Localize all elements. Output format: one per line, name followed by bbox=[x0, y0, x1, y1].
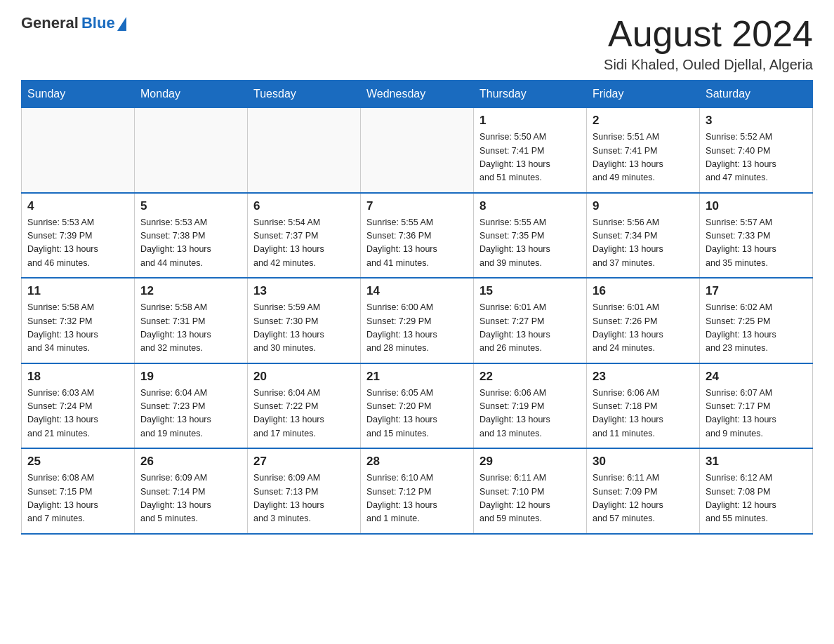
calendar-cell: 6Sunrise: 5:54 AMSunset: 7:37 PMDaylight… bbox=[248, 193, 361, 279]
day-info: Sunrise: 5:55 AMSunset: 7:35 PMDaylight:… bbox=[479, 216, 581, 271]
day-info: Sunrise: 6:09 AMSunset: 7:14 PMDaylight:… bbox=[140, 471, 241, 526]
day-number: 31 bbox=[706, 455, 807, 469]
calendar-cell: 2Sunrise: 5:51 AMSunset: 7:41 PMDaylight… bbox=[587, 108, 700, 193]
day-info: Sunrise: 5:55 AMSunset: 7:36 PMDaylight:… bbox=[366, 216, 468, 271]
day-number: 23 bbox=[593, 370, 694, 384]
calendar-cell: 7Sunrise: 5:55 AMSunset: 7:36 PMDaylight… bbox=[361, 193, 474, 279]
calendar-cell: 23Sunrise: 6:06 AMSunset: 7:18 PMDayligh… bbox=[587, 363, 700, 449]
day-info: Sunrise: 6:03 AMSunset: 7:24 PMDaylight:… bbox=[27, 387, 128, 441]
day-info: Sunrise: 6:04 AMSunset: 7:22 PMDaylight:… bbox=[253, 387, 355, 441]
day-number: 12 bbox=[140, 284, 241, 298]
header-day-saturday: Saturday bbox=[700, 81, 813, 108]
calendar-week-4: 18Sunrise: 6:03 AMSunset: 7:24 PMDayligh… bbox=[22, 363, 813, 449]
day-info: Sunrise: 6:04 AMSunset: 7:23 PMDaylight:… bbox=[140, 387, 241, 441]
day-number: 10 bbox=[706, 199, 807, 213]
day-info: Sunrise: 6:11 AMSunset: 7:10 PMDaylight:… bbox=[479, 471, 581, 526]
day-info: Sunrise: 6:00 AMSunset: 7:29 PMDaylight:… bbox=[366, 301, 468, 356]
calendar-cell: 8Sunrise: 5:55 AMSunset: 7:35 PMDaylight… bbox=[474, 193, 587, 279]
day-number: 19 bbox=[140, 370, 241, 384]
calendar-table: SundayMondayTuesdayWednesdayThursdayFrid… bbox=[21, 80, 813, 535]
day-number: 8 bbox=[479, 199, 581, 213]
day-number: 6 bbox=[253, 199, 355, 213]
header-day-sunday: Sunday bbox=[22, 81, 135, 108]
day-number: 11 bbox=[27, 284, 128, 298]
calendar-cell: 21Sunrise: 6:05 AMSunset: 7:20 PMDayligh… bbox=[361, 363, 474, 449]
logo-general-text: General bbox=[21, 14, 79, 32]
header-day-wednesday: Wednesday bbox=[361, 81, 474, 108]
day-number: 3 bbox=[706, 114, 807, 128]
calendar-cell bbox=[361, 108, 474, 193]
calendar-cell: 14Sunrise: 6:00 AMSunset: 7:29 PMDayligh… bbox=[361, 278, 474, 363]
title-block: August 2024 Sidi Khaled, Ouled Djellal, … bbox=[604, 14, 813, 73]
day-info: Sunrise: 6:06 AMSunset: 7:19 PMDaylight:… bbox=[479, 387, 581, 441]
day-number: 22 bbox=[479, 370, 581, 384]
day-number: 21 bbox=[366, 370, 468, 384]
day-number: 29 bbox=[479, 455, 581, 469]
calendar-cell: 5Sunrise: 5:53 AMSunset: 7:38 PMDaylight… bbox=[135, 193, 248, 279]
calendar-cell: 13Sunrise: 5:59 AMSunset: 7:30 PMDayligh… bbox=[248, 278, 361, 363]
day-info: Sunrise: 5:56 AMSunset: 7:34 PMDaylight:… bbox=[593, 216, 694, 271]
calendar-cell: 24Sunrise: 6:07 AMSunset: 7:17 PMDayligh… bbox=[700, 363, 813, 449]
calendar-week-2: 4Sunrise: 5:53 AMSunset: 7:39 PMDaylight… bbox=[22, 193, 813, 279]
day-info: Sunrise: 6:08 AMSunset: 7:15 PMDaylight:… bbox=[27, 471, 128, 526]
day-info: Sunrise: 5:58 AMSunset: 7:31 PMDaylight:… bbox=[140, 301, 241, 356]
day-number: 30 bbox=[593, 455, 694, 469]
calendar-cell: 4Sunrise: 5:53 AMSunset: 7:39 PMDaylight… bbox=[22, 193, 135, 279]
calendar-cell: 3Sunrise: 5:52 AMSunset: 7:40 PMDaylight… bbox=[700, 108, 813, 193]
calendar-cell bbox=[248, 108, 361, 193]
calendar-cell bbox=[135, 108, 248, 193]
calendar-cell: 18Sunrise: 6:03 AMSunset: 7:24 PMDayligh… bbox=[22, 363, 135, 449]
day-number: 24 bbox=[706, 370, 807, 384]
calendar-cell: 10Sunrise: 5:57 AMSunset: 7:33 PMDayligh… bbox=[700, 193, 813, 279]
calendar-cell: 12Sunrise: 5:58 AMSunset: 7:31 PMDayligh… bbox=[135, 278, 248, 363]
day-info: Sunrise: 5:50 AMSunset: 7:41 PMDaylight:… bbox=[479, 130, 581, 185]
day-info: Sunrise: 5:51 AMSunset: 7:41 PMDaylight:… bbox=[593, 130, 694, 185]
calendar-cell: 9Sunrise: 5:56 AMSunset: 7:34 PMDaylight… bbox=[587, 193, 700, 279]
page-header: General Blue August 2024 Sidi Khaled, Ou… bbox=[21, 14, 813, 73]
logo-triangle-icon bbox=[117, 17, 126, 31]
day-number: 4 bbox=[27, 199, 128, 213]
day-info: Sunrise: 6:12 AMSunset: 7:08 PMDaylight:… bbox=[706, 471, 807, 526]
header-day-monday: Monday bbox=[135, 81, 248, 108]
calendar-cell: 22Sunrise: 6:06 AMSunset: 7:19 PMDayligh… bbox=[474, 363, 587, 449]
calendar-cell bbox=[22, 108, 135, 193]
logo-blue-text: Blue bbox=[81, 14, 115, 32]
calendar-week-5: 25Sunrise: 6:08 AMSunset: 7:15 PMDayligh… bbox=[22, 448, 813, 534]
calendar-cell: 17Sunrise: 6:02 AMSunset: 7:25 PMDayligh… bbox=[700, 278, 813, 363]
day-info: Sunrise: 5:59 AMSunset: 7:30 PMDaylight:… bbox=[253, 301, 355, 356]
day-number: 9 bbox=[593, 199, 694, 213]
calendar-cell: 30Sunrise: 6:11 AMSunset: 7:09 PMDayligh… bbox=[587, 448, 700, 534]
day-info: Sunrise: 6:06 AMSunset: 7:18 PMDaylight:… bbox=[593, 387, 694, 441]
day-number: 18 bbox=[27, 370, 128, 384]
day-info: Sunrise: 5:54 AMSunset: 7:37 PMDaylight:… bbox=[253, 216, 355, 271]
day-info: Sunrise: 5:53 AMSunset: 7:38 PMDaylight:… bbox=[140, 216, 241, 271]
day-info: Sunrise: 6:02 AMSunset: 7:25 PMDaylight:… bbox=[706, 301, 807, 356]
calendar-cell: 16Sunrise: 6:01 AMSunset: 7:26 PMDayligh… bbox=[587, 278, 700, 363]
location-subtitle: Sidi Khaled, Ouled Djellal, Algeria bbox=[604, 57, 813, 73]
day-info: Sunrise: 6:01 AMSunset: 7:26 PMDaylight:… bbox=[593, 301, 694, 356]
calendar-cell: 19Sunrise: 6:04 AMSunset: 7:23 PMDayligh… bbox=[135, 363, 248, 449]
calendar-header-row: SundayMondayTuesdayWednesdayThursdayFrid… bbox=[22, 81, 813, 108]
day-number: 13 bbox=[253, 284, 355, 298]
day-number: 7 bbox=[366, 199, 468, 213]
calendar-cell: 11Sunrise: 5:58 AMSunset: 7:32 PMDayligh… bbox=[22, 278, 135, 363]
calendar-week-1: 1Sunrise: 5:50 AMSunset: 7:41 PMDaylight… bbox=[22, 108, 813, 193]
day-number: 26 bbox=[140, 455, 241, 469]
calendar-cell: 28Sunrise: 6:10 AMSunset: 7:12 PMDayligh… bbox=[361, 448, 474, 534]
calendar-week-3: 11Sunrise: 5:58 AMSunset: 7:32 PMDayligh… bbox=[22, 278, 813, 363]
day-number: 17 bbox=[706, 284, 807, 298]
day-number: 14 bbox=[366, 284, 468, 298]
day-info: Sunrise: 5:57 AMSunset: 7:33 PMDaylight:… bbox=[706, 216, 807, 271]
day-info: Sunrise: 6:07 AMSunset: 7:17 PMDaylight:… bbox=[706, 387, 807, 441]
calendar-cell: 29Sunrise: 6:11 AMSunset: 7:10 PMDayligh… bbox=[474, 448, 587, 534]
day-number: 25 bbox=[27, 455, 128, 469]
day-number: 27 bbox=[253, 455, 355, 469]
day-number: 28 bbox=[366, 455, 468, 469]
day-info: Sunrise: 6:10 AMSunset: 7:12 PMDaylight:… bbox=[366, 471, 468, 526]
header-day-thursday: Thursday bbox=[474, 81, 587, 108]
day-number: 1 bbox=[479, 114, 581, 128]
month-title: August 2024 bbox=[604, 14, 813, 54]
header-day-friday: Friday bbox=[587, 81, 700, 108]
calendar-cell: 1Sunrise: 5:50 AMSunset: 7:41 PMDaylight… bbox=[474, 108, 587, 193]
day-number: 16 bbox=[593, 284, 694, 298]
